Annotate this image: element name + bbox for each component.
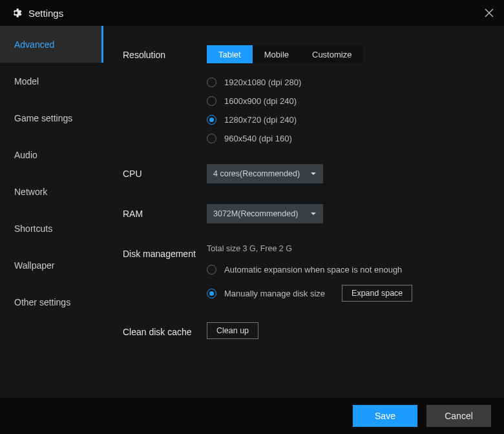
- titlebar: Settings: [0, 0, 504, 26]
- ram-select-value: 3072M(Recommended): [213, 209, 298, 218]
- ram-label: RAM: [123, 204, 207, 220]
- cpu-select-value: 4 cores(Recommended): [213, 169, 300, 178]
- gear-icon: [10, 7, 22, 19]
- sidebar-item-advanced[interactable]: Advanced: [0, 26, 103, 63]
- cancel-button[interactable]: Cancel: [426, 405, 491, 427]
- sidebar-item-model[interactable]: Model: [0, 63, 103, 99]
- sidebar: Advanced Model Game settings Audio Netwo…: [0, 26, 103, 398]
- cpu-select[interactable]: 4 cores(Recommended): [207, 164, 323, 183]
- radio-label: 1920x1080 (dpi 280): [224, 78, 301, 87]
- radio-icon: [207, 96, 216, 106]
- chevron-down-icon: [310, 170, 317, 177]
- resolution-option-1920[interactable]: 1920x1080 (dpi 280): [207, 78, 485, 87]
- radio-icon: [207, 134, 216, 143]
- radio-label: Manually manage disk size: [224, 289, 325, 298]
- window-title: Settings: [28, 8, 63, 19]
- radio-icon: [207, 78, 216, 87]
- footer: Save Cancel: [0, 398, 504, 434]
- content: Resolution Tablet Mobile Customize 1920x…: [103, 26, 504, 398]
- resolution-option-1600[interactable]: 1600x900 (dpi 240): [207, 96, 485, 106]
- sidebar-item-label: Game settings: [14, 113, 72, 123]
- cpu-label: CPU: [123, 164, 207, 180]
- svg-point-0: [15, 12, 18, 15]
- resolution-options: 1920x1080 (dpi 280) 1600x900 (dpi 240) 1…: [207, 78, 485, 143]
- disk-option-auto[interactable]: Automatic expansion when space is not en…: [207, 265, 485, 274]
- disk-option-manual[interactable]: Manually manage disk size Expand space: [207, 285, 485, 302]
- sidebar-item-label: Wallpaper: [14, 260, 55, 271]
- tab-customize[interactable]: Customize: [300, 45, 363, 63]
- sidebar-item-audio[interactable]: Audio: [0, 136, 103, 173]
- disk-label: Disk management: [123, 244, 207, 260]
- sidebar-item-label: Shortcuts: [14, 223, 52, 234]
- resolution-label: Resolution: [123, 45, 207, 61]
- tab-mobile[interactable]: Mobile: [253, 45, 300, 63]
- sidebar-item-label: Other settings: [14, 297, 70, 307]
- sidebar-item-label: Audio: [14, 150, 37, 160]
- chevron-down-icon: [310, 211, 317, 217]
- sidebar-item-other-settings[interactable]: Other settings: [0, 284, 103, 320]
- disk-info: Total size 3 G, Free 2 G: [207, 244, 485, 253]
- sidebar-item-wallpaper[interactable]: Wallpaper: [0, 247, 103, 284]
- clean-up-button[interactable]: Clean up: [207, 322, 258, 339]
- clean-cache-label: Clean disk cache: [123, 322, 207, 338]
- sidebar-item-label: Model: [14, 76, 39, 87]
- resolution-option-960[interactable]: 960x540 (dpi 160): [207, 134, 485, 143]
- radio-icon: [207, 289, 216, 298]
- radio-label: Automatic expansion when space is not en…: [224, 265, 402, 274]
- ram-select[interactable]: 3072M(Recommended): [207, 204, 323, 223]
- expand-space-button[interactable]: Expand space: [342, 285, 412, 302]
- sidebar-item-shortcuts[interactable]: Shortcuts: [0, 210, 103, 247]
- resolution-tabs: Tablet Mobile Customize: [207, 45, 363, 63]
- radio-label: 1280x720 (dpi 240): [224, 115, 297, 125]
- sidebar-item-label: Advanced: [14, 39, 54, 50]
- resolution-option-1280[interactable]: 1280x720 (dpi 240): [207, 115, 485, 125]
- sidebar-item-game-settings[interactable]: Game settings: [0, 99, 103, 136]
- sidebar-item-label: Network: [14, 187, 47, 197]
- radio-label: 960x540 (dpi 160): [224, 134, 292, 143]
- radio-icon: [207, 115, 216, 125]
- save-button[interactable]: Save: [353, 405, 417, 427]
- close-icon[interactable]: [485, 8, 494, 17]
- tab-tablet[interactable]: Tablet: [207, 45, 253, 63]
- radio-label: 1600x900 (dpi 240): [224, 96, 297, 106]
- sidebar-item-network[interactable]: Network: [0, 173, 103, 210]
- radio-icon: [207, 265, 216, 274]
